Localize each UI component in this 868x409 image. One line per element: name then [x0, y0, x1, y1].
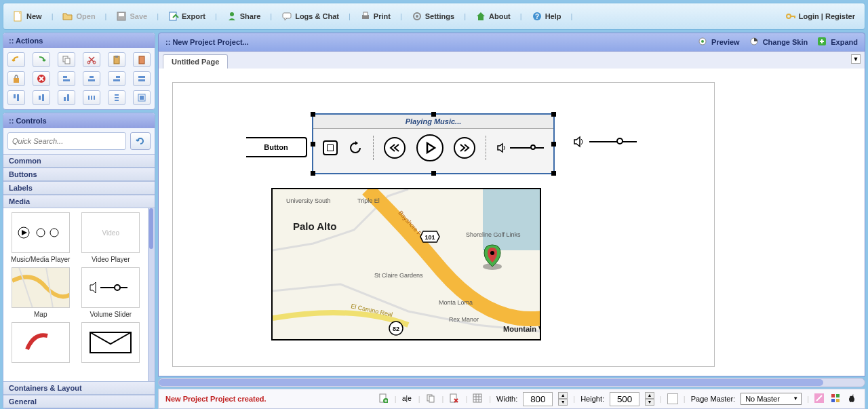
- control-video-player[interactable]: Video Video Player: [78, 212, 144, 263]
- align-center-button[interactable]: [83, 71, 100, 86]
- quick-search-input[interactable]: [7, 132, 126, 150]
- height-spinner[interactable]: ▲▼: [645, 392, 654, 406]
- width-label: Width:: [496, 395, 517, 403]
- svg-rect-19: [139, 56, 144, 64]
- apple-icon[interactable]: [847, 393, 858, 404]
- forward-icon[interactable]: [454, 137, 475, 159]
- category-general[interactable]: General: [3, 395, 155, 408]
- align-justify-button[interactable]: [133, 71, 151, 86]
- rewind-icon[interactable]: [384, 137, 406, 159]
- selection-handle[interactable]: [551, 142, 556, 147]
- group-button[interactable]: [133, 90, 151, 105]
- volume-knob[interactable]: [616, 138, 623, 144]
- share-label: Share: [240, 12, 261, 20]
- redo-button[interactable]: [33, 52, 50, 67]
- add-page-icon[interactable]: [378, 393, 389, 404]
- preview-button[interactable]: Preview: [698, 37, 740, 47]
- about-button[interactable]: About: [471, 8, 515, 24]
- cut-button[interactable]: [83, 52, 100, 67]
- stop-icon[interactable]: [323, 140, 338, 155]
- category-media[interactable]: Media: [3, 195, 155, 208]
- selection-handle[interactable]: [311, 171, 315, 176]
- horizontal-scrollbar[interactable]: [158, 378, 865, 387]
- align-middle-button[interactable]: [33, 90, 50, 105]
- align-left-button[interactable]: [58, 71, 75, 86]
- canvas[interactable]: Button Playing Music...: [158, 69, 865, 376]
- media-player-controls: [313, 129, 553, 167]
- print-button[interactable]: Print: [356, 8, 395, 24]
- controls-header: :: Controls: [3, 113, 155, 128]
- svg-rect-20: [14, 78, 19, 83]
- map-widget[interactable]: University South Triple El Palo Alto Sho…: [271, 188, 541, 340]
- width-input[interactable]: [523, 392, 553, 406]
- expand-button[interactable]: Expand: [817, 37, 858, 47]
- settings-label: Settings: [425, 12, 454, 20]
- delete-page-icon[interactable]: [449, 393, 460, 404]
- media-volume[interactable]: [496, 142, 544, 153]
- selection-handle[interactable]: [311, 112, 315, 117]
- control-extra-1[interactable]: [7, 322, 74, 363]
- search-refresh-button[interactable]: [130, 132, 151, 150]
- button-widget[interactable]: Button: [246, 137, 307, 157]
- separator: |: [349, 12, 351, 20]
- new-button[interactable]: New: [9, 8, 46, 24]
- selection-handle[interactable]: [551, 112, 556, 117]
- selection-handle[interactable]: [311, 142, 315, 147]
- height-input[interactable]: [610, 392, 639, 406]
- share-button[interactable]: Share: [222, 8, 265, 24]
- category-labels[interactable]: Labels: [3, 181, 155, 195]
- volume-slider-widget[interactable]: [573, 136, 637, 148]
- control-extra-2[interactable]: [78, 322, 144, 363]
- paste-special-button[interactable]: [133, 52, 151, 67]
- align-bottom-button[interactable]: [58, 90, 75, 105]
- selection-handle[interactable]: [551, 171, 556, 176]
- svg-rect-5: [283, 13, 291, 18]
- page-tab[interactable]: Untitled Page: [163, 54, 228, 69]
- map-label: Triple El: [357, 197, 380, 204]
- help-button[interactable]: ? Help: [528, 8, 566, 24]
- play-icon[interactable]: [416, 134, 443, 161]
- grid-icon[interactable]: [473, 393, 484, 404]
- expand-label: Expand: [831, 38, 858, 46]
- svg-rect-2: [119, 13, 124, 16]
- lock-button[interactable]: [7, 71, 25, 86]
- category-containers[interactable]: Containers & Layout: [3, 381, 155, 395]
- rename-page-icon[interactable]: a|e: [402, 393, 413, 404]
- settings-button[interactable]: Settings: [408, 8, 458, 24]
- master-select[interactable]: No Master: [741, 393, 802, 405]
- align-right-button[interactable]: [108, 71, 125, 86]
- duplicate-page-icon[interactable]: [426, 393, 437, 404]
- logs-chat-button[interactable]: Logs & Chat: [277, 8, 343, 24]
- volume-track[interactable]: [589, 141, 637, 142]
- media-player-widget[interactable]: Playing Music...: [312, 113, 555, 174]
- svg-rect-32: [39, 96, 41, 100]
- align-top-button[interactable]: [7, 90, 25, 105]
- svg-rect-35: [67, 94, 69, 101]
- distribute-v-button[interactable]: [108, 90, 125, 105]
- canvas-page[interactable]: Button Playing Music...: [172, 82, 715, 367]
- category-common[interactable]: Common: [3, 154, 155, 168]
- category-buttons[interactable]: Buttons: [3, 168, 155, 181]
- control-map[interactable]: Map: [7, 267, 74, 318]
- export-button[interactable]: Export: [164, 8, 210, 24]
- login-register-button[interactable]: Login | Register: [781, 8, 859, 24]
- undo-button[interactable]: [7, 52, 25, 67]
- control-music-player[interactable]: Music/Media Player: [7, 212, 74, 263]
- add-tab-button[interactable]: ▼: [851, 54, 861, 64]
- windows-icon[interactable]: [831, 393, 842, 404]
- repeat-icon[interactable]: [348, 140, 363, 155]
- save-label: Save: [130, 12, 147, 20]
- distribute-h-button[interactable]: [83, 90, 100, 105]
- delete-button[interactable]: [33, 71, 50, 86]
- bg-color-swatch[interactable]: [667, 393, 678, 404]
- selection-handle[interactable]: [431, 171, 436, 176]
- controls-scrollbar[interactable]: [148, 208, 155, 381]
- save-icon: [116, 11, 127, 22]
- design-mode-icon[interactable]: [814, 393, 825, 404]
- paste-button[interactable]: [108, 52, 125, 67]
- copy-button[interactable]: [58, 52, 75, 67]
- selection-handle[interactable]: [431, 112, 436, 117]
- width-spinner[interactable]: ▲▼: [558, 392, 568, 406]
- change-skin-button[interactable]: Change Skin: [749, 37, 808, 47]
- control-volume-slider[interactable]: Volume Slider: [78, 267, 144, 318]
